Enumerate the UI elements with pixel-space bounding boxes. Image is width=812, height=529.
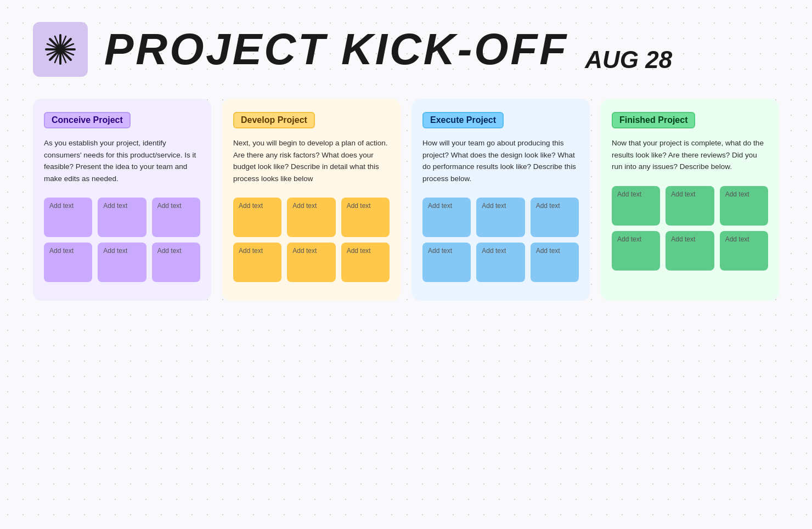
execute-note-0-0[interactable]: Add text	[422, 198, 471, 237]
execute-notes-row-0: Add textAdd textAdd text	[422, 198, 579, 237]
page-title: PROJECT KICK-OFF	[104, 27, 568, 71]
column-conceive: Conceive ProjectAs you establish your pr…	[33, 99, 211, 301]
conceive-note-1-0[interactable]: Add text	[44, 243, 92, 282]
execute-notes-row-1: Add textAdd textAdd text	[422, 243, 579, 282]
execute-note-1-0[interactable]: Add text	[422, 243, 471, 282]
develop-notes-row-0: Add textAdd textAdd text	[233, 198, 390, 237]
develop-note-1-0[interactable]: Add text	[233, 243, 281, 282]
execute-note-1-1[interactable]: Add text	[476, 243, 525, 282]
finished-note-0-2[interactable]: Add text	[720, 186, 768, 226]
execute-description: How will your team go about producing th…	[422, 137, 579, 184]
finished-badge: Finished Project	[612, 112, 695, 128]
column-finished: Finished ProjectNow that your project is…	[601, 99, 779, 301]
develop-notes-row-1: Add textAdd textAdd text	[233, 243, 390, 282]
column-execute: Execute ProjectHow will your team go abo…	[411, 99, 590, 301]
finished-notes-row-0: Add textAdd textAdd text	[612, 186, 768, 226]
conceive-note-0-2[interactable]: Add text	[152, 198, 200, 237]
conceive-note-1-1[interactable]: Add text	[98, 243, 146, 282]
execute-note-0-1[interactable]: Add text	[476, 198, 525, 237]
conceive-notes-row-0: Add textAdd textAdd text	[44, 198, 200, 237]
develop-description: Next, you will begin to develop a plan o…	[233, 137, 390, 184]
header-date: AUG 28	[585, 46, 672, 77]
finished-note-1-1[interactable]: Add text	[666, 231, 714, 271]
finished-notes-row-1: Add textAdd textAdd text	[612, 231, 768, 271]
develop-note-0-0[interactable]: Add text	[233, 198, 281, 237]
develop-note-1-1[interactable]: Add text	[287, 243, 335, 282]
execute-note-0-2[interactable]: Add text	[531, 198, 579, 237]
execute-note-1-2[interactable]: Add text	[531, 243, 579, 282]
develop-note-0-2[interactable]: Add text	[341, 198, 390, 237]
conceive-badge: Conceive Project	[44, 112, 131, 128]
logo-box	[33, 22, 88, 77]
finished-note-0-0[interactable]: Add text	[612, 186, 660, 226]
conceive-description: As you establish your project, identify …	[44, 137, 200, 184]
execute-badge: Execute Project	[422, 112, 504, 128]
conceive-note-0-0[interactable]: Add text	[44, 198, 92, 237]
page-container: PROJECT KICK-OFF AUG 28 Conceive Project…	[0, 0, 812, 529]
conceive-note-1-2[interactable]: Add text	[152, 243, 200, 282]
develop-note-0-1[interactable]: Add text	[287, 198, 335, 237]
develop-note-1-2[interactable]: Add text	[341, 243, 390, 282]
finished-description: Now that your project is complete, what …	[612, 137, 768, 173]
conceive-note-0-1[interactable]: Add text	[98, 198, 146, 237]
column-develop: Develop ProjectNext, you will begin to d…	[222, 99, 401, 301]
finished-note-1-2[interactable]: Add text	[720, 231, 768, 271]
header: PROJECT KICK-OFF AUG 28	[33, 22, 779, 77]
develop-badge: Develop Project	[233, 112, 315, 128]
finished-note-0-1[interactable]: Add text	[666, 186, 714, 226]
finished-note-1-0[interactable]: Add text	[612, 231, 660, 271]
columns-container: Conceive ProjectAs you establish your pr…	[33, 99, 779, 301]
star-icon	[44, 33, 77, 66]
conceive-notes-row-1: Add textAdd textAdd text	[44, 243, 200, 282]
